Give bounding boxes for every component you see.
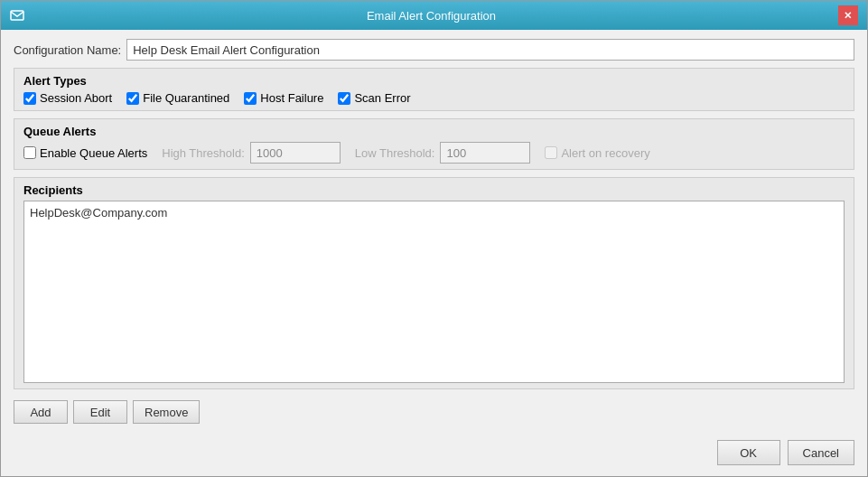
recipients-list[interactable]: HelpDesk@Company.com — [23, 201, 845, 383]
close-button[interactable]: ✕ — [838, 5, 858, 25]
enable-queue-alerts-label: Enable Queue Alerts — [40, 146, 147, 160]
host-failure-checkbox-item[interactable]: Host Failure — [244, 91, 323, 105]
dialog-body: Configuration Name: Alert Types Session … — [1, 30, 867, 433]
low-threshold-input[interactable] — [440, 142, 530, 164]
config-name-row: Configuration Name: — [14, 39, 854, 61]
host-failure-checkbox[interactable] — [244, 92, 257, 105]
alert-on-recovery-label: Alert on recovery — [561, 146, 649, 160]
session-abort-label: Session Abort — [40, 91, 112, 105]
title-bar: Email Alert Configuration ✕ — [1, 1, 867, 30]
scan-error-checkbox-item[interactable]: Scan Error — [338, 91, 410, 105]
session-abort-checkbox[interactable] — [23, 92, 36, 105]
alert-on-recovery-checkbox[interactable] — [545, 146, 557, 159]
recipients-section: Recipients HelpDesk@Company.com — [14, 177, 854, 389]
edit-button[interactable]: Edit — [73, 400, 127, 424]
alert-types-checkboxes: Session Abort File Quarantined Host Fail… — [23, 91, 845, 105]
ok-button[interactable]: OK — [717, 440, 780, 465]
list-item: HelpDesk@Company.com — [30, 205, 838, 220]
low-threshold-label: Low Threshold: — [355, 146, 435, 160]
email-alert-config-dialog: Email Alert Configuration ✕ Configuratio… — [0, 0, 868, 477]
alert-types-section: Alert Types Session Abort File Quarantin… — [14, 68, 854, 111]
remove-button[interactable]: Remove — [133, 400, 200, 424]
scan-error-label: Scan Error — [354, 91, 410, 105]
file-quarantined-checkbox-item[interactable]: File Quarantined — [126, 91, 229, 105]
file-quarantined-label: File Quarantined — [143, 91, 229, 105]
cancel-button[interactable]: Cancel — [788, 440, 854, 465]
svg-rect-0 — [11, 11, 23, 20]
config-name-input[interactable] — [126, 39, 854, 61]
host-failure-label: Host Failure — [260, 91, 323, 105]
queue-alerts-header: Queue Alerts — [23, 125, 845, 138]
recipients-header: Recipients — [23, 183, 845, 197]
alert-types-header: Alert Types — [23, 74, 845, 88]
add-button[interactable]: Add — [14, 400, 68, 424]
enable-queue-alerts-item[interactable]: Enable Queue Alerts — [23, 146, 147, 160]
action-buttons-row: Add Edit Remove — [14, 400, 854, 424]
queue-controls: Enable Queue Alerts High Threshold: Low … — [23, 142, 845, 164]
dialog-title: Email Alert Configuration — [367, 9, 496, 23]
low-threshold-group: Low Threshold: — [355, 142, 531, 164]
session-abort-checkbox-item[interactable]: Session Abort — [23, 91, 112, 105]
config-name-label: Configuration Name: — [14, 43, 121, 57]
dialog-footer: OK Cancel — [1, 433, 867, 476]
file-quarantined-checkbox[interactable] — [126, 92, 139, 105]
scan-error-checkbox[interactable] — [338, 92, 350, 105]
high-threshold-group: High Threshold: — [162, 142, 341, 164]
high-threshold-label: High Threshold: — [162, 146, 245, 160]
high-threshold-input[interactable] — [250, 142, 341, 164]
queue-alerts-section: Queue Alerts Enable Queue Alerts High Th… — [14, 118, 854, 170]
enable-queue-alerts-checkbox[interactable] — [23, 146, 36, 159]
app-icon — [10, 8, 24, 23]
alert-on-recovery-item[interactable]: Alert on recovery — [545, 146, 649, 160]
